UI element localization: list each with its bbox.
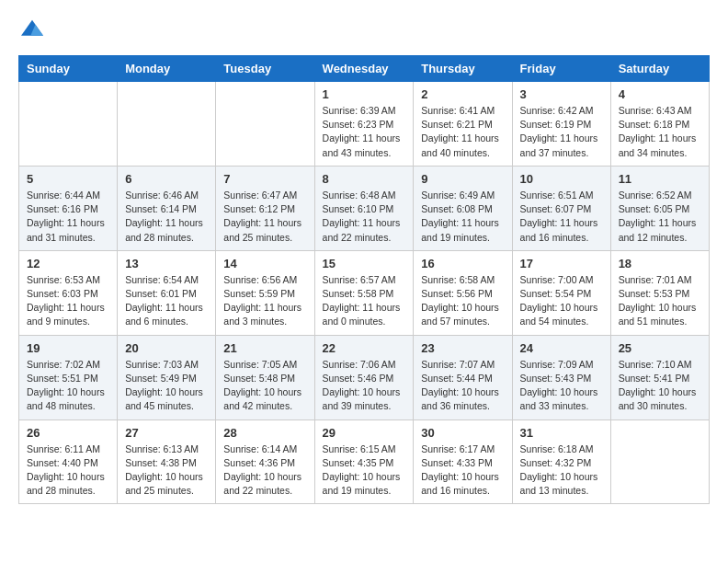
day-number: 3 xyxy=(520,87,603,101)
day-number: 14 xyxy=(223,257,306,270)
calendar-day-3: 3Sunrise: 6:42 AM Sunset: 6:19 PM Daylig… xyxy=(512,82,610,167)
day-info: Sunrise: 6:15 AM Sunset: 4:35 PM Dayligh… xyxy=(323,442,406,499)
day-info: Sunrise: 7:05 AM Sunset: 5:48 PM Dayligh… xyxy=(223,358,306,414)
calendar-day-8: 8Sunrise: 6:48 AM Sunset: 6:10 PM Daylig… xyxy=(314,166,414,250)
day-info: Sunrise: 6:47 AM Sunset: 6:12 PM Dayligh… xyxy=(223,189,306,245)
day-number: 31 xyxy=(520,426,603,440)
day-info: Sunrise: 6:11 AM Sunset: 4:40 PM Dayligh… xyxy=(27,442,109,499)
calendar-week-row: 26Sunrise: 6:11 AM Sunset: 4:40 PM Dayli… xyxy=(19,419,710,504)
day-info: Sunrise: 6:46 AM Sunset: 6:14 PM Dayligh… xyxy=(125,189,208,245)
calendar-day-4: 4Sunrise: 6:43 AM Sunset: 6:18 PM Daylig… xyxy=(610,82,709,167)
day-number: 4 xyxy=(619,87,701,101)
day-number: 29 xyxy=(323,426,406,440)
calendar-day-20: 20Sunrise: 7:03 AM Sunset: 5:49 PM Dayli… xyxy=(118,335,216,419)
day-info: Sunrise: 6:41 AM Sunset: 6:21 PM Dayligh… xyxy=(421,104,504,160)
day-number: 11 xyxy=(619,172,701,186)
day-info: Sunrise: 6:58 AM Sunset: 5:56 PM Dayligh… xyxy=(421,273,504,329)
calendar-day-6: 6Sunrise: 6:46 AM Sunset: 6:14 PM Daylig… xyxy=(118,166,216,250)
calendar-day-1: 1Sunrise: 6:39 AM Sunset: 6:23 PM Daylig… xyxy=(314,82,414,167)
day-number: 10 xyxy=(520,172,603,186)
logo xyxy=(18,18,50,40)
calendar-day-10: 10Sunrise: 6:51 AM Sunset: 6:07 PM Dayli… xyxy=(512,166,610,250)
calendar-week-row: 19Sunrise: 7:02 AM Sunset: 5:51 PM Dayli… xyxy=(19,335,710,419)
day-info: Sunrise: 7:00 AM Sunset: 5:54 PM Dayligh… xyxy=(520,273,603,329)
day-info: Sunrise: 6:53 AM Sunset: 6:03 PM Dayligh… xyxy=(27,273,109,329)
calendar-day-5: 5Sunrise: 6:44 AM Sunset: 6:16 PM Daylig… xyxy=(19,166,118,250)
weekday-header-tuesday: Tuesday xyxy=(216,56,314,82)
day-info: Sunrise: 6:44 AM Sunset: 6:16 PM Dayligh… xyxy=(27,189,109,245)
day-info: Sunrise: 6:42 AM Sunset: 6:19 PM Dayligh… xyxy=(520,104,603,160)
logo-icon xyxy=(18,18,46,40)
day-number: 30 xyxy=(421,426,504,440)
day-info: Sunrise: 6:18 AM Sunset: 4:32 PM Dayligh… xyxy=(520,442,603,499)
day-info: Sunrise: 6:54 AM Sunset: 6:01 PM Dayligh… xyxy=(125,273,208,329)
day-info: Sunrise: 7:01 AM Sunset: 5:53 PM Dayligh… xyxy=(619,273,701,329)
day-number: 15 xyxy=(323,257,406,270)
day-info: Sunrise: 6:48 AM Sunset: 6:10 PM Dayligh… xyxy=(323,189,406,245)
day-info: Sunrise: 7:02 AM Sunset: 5:51 PM Dayligh… xyxy=(27,358,109,414)
day-number: 21 xyxy=(223,341,306,355)
day-number: 12 xyxy=(27,257,109,270)
calendar-empty-cell xyxy=(216,82,314,167)
day-number: 28 xyxy=(223,426,306,440)
calendar-empty-cell xyxy=(19,82,118,167)
day-number: 9 xyxy=(421,172,504,186)
day-number: 7 xyxy=(223,172,306,186)
day-info: Sunrise: 7:06 AM Sunset: 5:46 PM Dayligh… xyxy=(323,358,406,414)
day-info: Sunrise: 6:57 AM Sunset: 5:58 PM Dayligh… xyxy=(323,273,406,329)
day-number: 27 xyxy=(125,426,208,440)
day-info: Sunrise: 6:14 AM Sunset: 4:36 PM Dayligh… xyxy=(223,442,306,499)
calendar-day-18: 18Sunrise: 7:01 AM Sunset: 5:53 PM Dayli… xyxy=(610,250,709,335)
weekday-header-monday: Monday xyxy=(118,56,216,82)
day-number: 26 xyxy=(27,426,109,440)
day-number: 1 xyxy=(323,87,406,101)
calendar-day-30: 30Sunrise: 6:17 AM Sunset: 4:33 PM Dayli… xyxy=(414,419,512,504)
day-info: Sunrise: 6:17 AM Sunset: 4:33 PM Dayligh… xyxy=(421,442,504,499)
day-number: 18 xyxy=(619,257,701,270)
day-number: 23 xyxy=(421,341,504,355)
calendar-day-22: 22Sunrise: 7:06 AM Sunset: 5:46 PM Dayli… xyxy=(314,335,414,419)
day-info: Sunrise: 6:52 AM Sunset: 6:05 PM Dayligh… xyxy=(619,189,701,245)
day-number: 13 xyxy=(125,257,208,270)
day-info: Sunrise: 6:49 AM Sunset: 6:08 PM Dayligh… xyxy=(421,189,504,245)
day-info: Sunrise: 6:39 AM Sunset: 6:23 PM Dayligh… xyxy=(323,104,406,160)
calendar-week-row: 5Sunrise: 6:44 AM Sunset: 6:16 PM Daylig… xyxy=(19,166,710,250)
weekday-header-saturday: Saturday xyxy=(610,56,709,82)
calendar-day-17: 17Sunrise: 7:00 AM Sunset: 5:54 PM Dayli… xyxy=(512,250,610,335)
day-info: Sunrise: 6:43 AM Sunset: 6:18 PM Dayligh… xyxy=(619,104,701,160)
day-number: 16 xyxy=(421,257,504,270)
day-number: 5 xyxy=(27,172,109,186)
calendar-day-14: 14Sunrise: 6:56 AM Sunset: 5:59 PM Dayli… xyxy=(216,250,314,335)
calendar-day-31: 31Sunrise: 6:18 AM Sunset: 4:32 PM Dayli… xyxy=(512,419,610,504)
day-number: 19 xyxy=(27,341,109,355)
calendar-week-row: 1Sunrise: 6:39 AM Sunset: 6:23 PM Daylig… xyxy=(19,82,710,167)
day-info: Sunrise: 7:10 AM Sunset: 5:41 PM Dayligh… xyxy=(619,358,701,414)
weekday-header-thursday: Thursday xyxy=(414,56,512,82)
calendar-day-16: 16Sunrise: 6:58 AM Sunset: 5:56 PM Dayli… xyxy=(414,250,512,335)
calendar-day-21: 21Sunrise: 7:05 AM Sunset: 5:48 PM Dayli… xyxy=(216,335,314,419)
day-number: 17 xyxy=(520,257,603,270)
calendar-day-9: 9Sunrise: 6:49 AM Sunset: 6:08 PM Daylig… xyxy=(414,166,512,250)
calendar-day-23: 23Sunrise: 7:07 AM Sunset: 5:44 PM Dayli… xyxy=(414,335,512,419)
calendar-day-25: 25Sunrise: 7:10 AM Sunset: 5:41 PM Dayli… xyxy=(610,335,709,419)
calendar-day-28: 28Sunrise: 6:14 AM Sunset: 4:36 PM Dayli… xyxy=(216,419,314,504)
calendar-day-13: 13Sunrise: 6:54 AM Sunset: 6:01 PM Dayli… xyxy=(118,250,216,335)
calendar-day-27: 27Sunrise: 6:13 AM Sunset: 4:38 PM Dayli… xyxy=(118,419,216,504)
day-number: 25 xyxy=(619,341,701,355)
calendar-day-15: 15Sunrise: 6:57 AM Sunset: 5:58 PM Dayli… xyxy=(314,250,414,335)
day-number: 6 xyxy=(125,172,208,186)
weekday-header-wednesday: Wednesday xyxy=(314,56,414,82)
day-number: 2 xyxy=(421,87,504,101)
calendar-empty-cell xyxy=(118,82,216,167)
weekday-header-sunday: Sunday xyxy=(19,56,118,82)
day-number: 24 xyxy=(520,341,603,355)
day-info: Sunrise: 7:07 AM Sunset: 5:44 PM Dayligh… xyxy=(421,358,504,414)
day-info: Sunrise: 6:51 AM Sunset: 6:07 PM Dayligh… xyxy=(520,189,603,245)
day-number: 8 xyxy=(323,172,406,186)
calendar-day-7: 7Sunrise: 6:47 AM Sunset: 6:12 PM Daylig… xyxy=(216,166,314,250)
weekday-header-friday: Friday xyxy=(512,56,610,82)
day-number: 20 xyxy=(125,341,208,355)
calendar-day-24: 24Sunrise: 7:09 AM Sunset: 5:43 PM Dayli… xyxy=(512,335,610,419)
calendar-day-2: 2Sunrise: 6:41 AM Sunset: 6:21 PM Daylig… xyxy=(414,82,512,167)
calendar-day-29: 29Sunrise: 6:15 AM Sunset: 4:35 PM Dayli… xyxy=(314,419,414,504)
